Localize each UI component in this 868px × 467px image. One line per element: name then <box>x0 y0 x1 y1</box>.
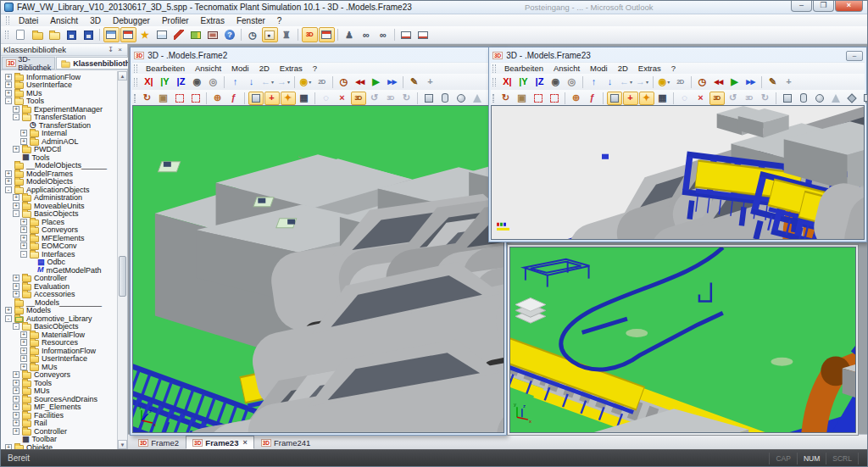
rotate-scene-icon[interactable]: ↺ <box>726 92 741 105</box>
new-model-icon[interactable] <box>13 27 29 42</box>
tree-item-informationflow[interactable]: +InformationFlow <box>3 73 117 81</box>
toolbar-grip[interactable] <box>134 78 137 86</box>
stopwatch-icon[interactable]: ◷ <box>337 75 352 89</box>
down-icon[interactable]: ↓ <box>244 75 259 89</box>
shape-cone-icon[interactable] <box>828 92 843 105</box>
tree-item-applicationobjects[interactable]: -ApplicationObjects <box>3 186 117 194</box>
dropdown-arrow-icon[interactable]: ▾ <box>309 79 311 85</box>
view-3d-icon[interactable]: 3D <box>302 27 318 42</box>
tree-item-administration[interactable]: +Administration <box>3 194 117 203</box>
reset-view-icon[interactable]: ↻ <box>758 92 773 105</box>
menu-item-bearbeiten[interactable]: Bearbeiten <box>141 64 190 73</box>
collapse-icon[interactable]: - <box>5 315 12 322</box>
3d-mode-icon[interactable]: 3D <box>709 92 725 105</box>
window-2d-icon[interactable] <box>103 27 120 42</box>
doc-tab-frame241[interactable]: 3DFrame241 <box>254 436 318 449</box>
delete-icon[interactable]: × <box>335 92 350 105</box>
select-objects-icon[interactable] <box>188 92 203 105</box>
animation-icon[interactable]: ƒ <box>585 92 600 105</box>
expand-icon[interactable]: + <box>20 242 27 249</box>
expand-icon[interactable]: + <box>20 347 27 354</box>
shape-cylinder-icon[interactable] <box>796 92 811 105</box>
shape-extrude-icon[interactable] <box>860 92 868 105</box>
viewports-icon[interactable]: ▦ <box>655 92 670 105</box>
menu-item-debugger[interactable]: Debugger <box>107 16 156 25</box>
zoom-icon[interactable]: ◎ <box>565 75 580 89</box>
move-object-icon[interactable]: ⊕ <box>210 92 225 105</box>
snapshot-icon[interactable]: ▣ <box>515 92 530 105</box>
menu-item-[interactable]: ? <box>308 64 322 73</box>
tree-item-materialflow[interactable]: +MaterialFlow <box>3 331 117 339</box>
expand-icon[interactable]: + <box>13 146 19 153</box>
menu-item-bearbeiten[interactable]: Bearbeiten <box>499 64 548 73</box>
expand-icon[interactable]: + <box>13 283 19 290</box>
tree-item-tools[interactable]: -Tools <box>3 97 117 106</box>
scene-3d-icon[interactable]: 3D <box>742 92 757 105</box>
menubar-grip[interactable] <box>134 64 137 73</box>
animation-icon[interactable]: ƒ <box>226 92 242 105</box>
maximize-button[interactable]: ❐ <box>813 1 834 12</box>
find-icon[interactable]: ∞ <box>376 27 392 42</box>
expand-icon[interactable]: + <box>13 412 19 419</box>
x-axis-icon[interactable]: X| <box>500 75 515 89</box>
close-button[interactable]: × <box>835 1 863 12</box>
menu-item-2d[interactable]: 2D <box>254 64 275 73</box>
menu-item-modi[interactable]: Modi <box>585 64 613 73</box>
reset-sim-icon[interactable]: ◀◀ <box>711 75 726 89</box>
tree-item-transferstation[interactable]: +◷TransferStation <box>3 121 117 130</box>
stopwatch-icon[interactable]: ◷ <box>695 75 710 89</box>
crosshair-icon[interactable]: + <box>782 75 797 89</box>
tree-item-controller[interactable]: +Controller <box>3 275 117 283</box>
dropdown-arrow-icon[interactable]: ▾ <box>667 79 670 85</box>
tree-item-mus[interactable]: +MUs <box>3 387 117 396</box>
ffwd-icon[interactable]: ▶▶ <box>385 75 400 89</box>
save-as-icon[interactable] <box>81 27 97 42</box>
shape-sphere-icon[interactable] <box>453 92 469 105</box>
frame2-viewport[interactable]: y x z <box>132 105 504 433</box>
up-icon[interactable]: ↑ <box>228 75 243 89</box>
2d-switch-icon[interactable]: 2D <box>314 75 330 89</box>
tree-item-internal[interactable]: +Internal <box>3 130 117 138</box>
expand-icon[interactable]: + <box>20 331 27 338</box>
select-objects-icon[interactable] <box>547 92 562 105</box>
show-cross-icon[interactable]: + <box>264 92 280 105</box>
scroll-down-icon[interactable]: ▼ <box>118 440 127 449</box>
tree-item-modelframes[interactable]: +ModelFrames <box>3 170 117 178</box>
z-axis-icon[interactable]: |Z <box>174 75 189 89</box>
frame241-viewport[interactable]: y x z <box>509 247 856 433</box>
tree-item-adminaol[interactable]: +AdminAOL <box>3 137 117 146</box>
menu-item-ansicht[interactable]: Ansicht <box>44 16 84 25</box>
eye-icon[interactable]: ◉ <box>190 75 205 89</box>
shape-cone-icon[interactable] <box>470 92 485 105</box>
tree-item-informationflow[interactable]: +InformationFlow <box>3 347 117 355</box>
collapse-icon[interactable]: - <box>13 114 19 120</box>
menubar-grip[interactable] <box>6 16 9 25</box>
scroll-up-icon[interactable]: ▲ <box>118 71 127 81</box>
focus-icon[interactable]: ◉▾ <box>298 75 314 89</box>
coordinates-icon[interactable]: ✦ <box>639 92 654 105</box>
back-icon[interactable]: ←▾ <box>260 75 275 89</box>
tree-item-interfaces[interactable]: -Interfaces <box>3 250 117 259</box>
collapse-icon[interactable]: - <box>5 186 12 193</box>
app-titlebar[interactable]: FAW_VW_Library_V10_20130617_3D_5.spp - T… <box>1 1 867 14</box>
expand-icon[interactable]: + <box>13 106 19 113</box>
reset-sim-icon[interactable]: ◀◀ <box>353 75 368 89</box>
show-box-icon[interactable] <box>248 92 264 105</box>
tree-item-controller[interactable]: +Controller <box>3 427 117 436</box>
toolbar-grip[interactable] <box>492 94 494 103</box>
pin-icon[interactable]: ↧ <box>106 46 115 53</box>
select-area-icon[interactable] <box>172 92 187 105</box>
forward-icon[interactable]: →▾ <box>635 75 650 89</box>
expand-icon[interactable]: + <box>13 403 19 410</box>
tree-item-toolbar[interactable]: +▦Toolbar <box>3 436 117 444</box>
play-icon[interactable]: ▶ <box>369 75 384 89</box>
y-axis-icon[interactable]: |Y <box>158 75 173 89</box>
shape-cylinder-icon[interactable] <box>437 92 453 105</box>
expand-icon[interactable]: + <box>13 291 19 297</box>
event-controller-icon[interactable] <box>262 27 278 42</box>
expand-icon[interactable]: + <box>5 90 12 97</box>
show-names-icon[interactable]: ◌ <box>319 92 334 105</box>
viewports-icon[interactable]: ▦ <box>297 92 312 105</box>
tree-item-mfelements[interactable]: +MF_Elements <box>3 403 117 412</box>
menu-item-fenster[interactable]: Fenster <box>231 16 271 25</box>
